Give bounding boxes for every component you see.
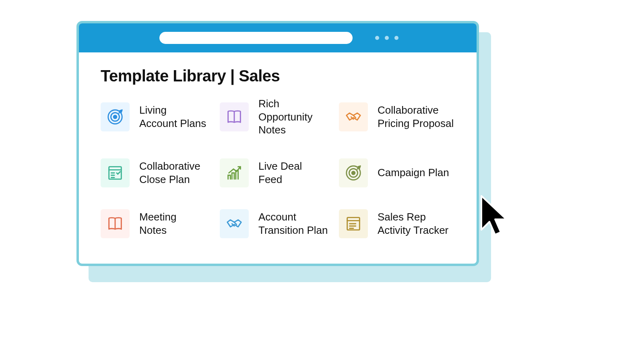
cursor-icon — [479, 194, 511, 243]
template-label: Campaign Plan — [378, 166, 449, 179]
checklist-icon — [101, 158, 130, 187]
app-window: Template Library | Sales LivingAccount P… — [76, 21, 479, 266]
template-label: LivingAccount Plans — [139, 104, 206, 130]
template-label: Rich Opportunity Notes — [258, 97, 336, 137]
chart-growth-icon — [220, 158, 249, 187]
handshake-icon — [220, 209, 249, 238]
template-living-account-plans[interactable]: LivingAccount Plans — [101, 97, 217, 137]
target-icon — [101, 102, 130, 131]
template-label: MeetingNotes — [139, 210, 177, 237]
template-account-transition-plan[interactable]: Account Transition Plan — [220, 209, 336, 238]
template-label: Collaborative Close Plan — [139, 160, 217, 186]
template-meeting-notes[interactable]: MeetingNotes — [101, 209, 217, 238]
template-label: Sales Rep Activity Tracker — [378, 210, 455, 237]
search-input[interactable] — [159, 32, 353, 44]
svg-point-6 — [352, 171, 355, 175]
svg-point-2 — [114, 115, 117, 119]
handshake-icon — [339, 102, 368, 131]
titlebar — [79, 23, 477, 52]
target-icon — [339, 158, 368, 187]
dot-icon[interactable] — [375, 36, 379, 40]
template-label: Account Transition Plan — [258, 210, 336, 237]
template-campaign-plan[interactable]: Campaign Plan — [339, 158, 455, 187]
template-grid: LivingAccount Plans Rich Opportunity Not… — [101, 97, 455, 238]
template-label: Live DealFeed — [258, 160, 302, 186]
content-area: Template Library | Sales LivingAccount P… — [79, 52, 477, 250]
template-label: Collaborative Pricing Proposal — [378, 104, 455, 130]
template-collaborative-close-plan[interactable]: Collaborative Close Plan — [101, 158, 217, 187]
window-controls — [375, 36, 398, 40]
page-title: Template Library | Sales — [101, 67, 455, 85]
template-live-deal-feed[interactable]: Live DealFeed — [220, 158, 336, 187]
template-sales-rep-activity-tracker[interactable]: Sales Rep Activity Tracker — [339, 209, 455, 238]
checklist-icon — [339, 209, 368, 238]
book-icon — [101, 209, 130, 238]
template-rich-opportunity-notes[interactable]: Rich Opportunity Notes — [220, 97, 336, 137]
dot-icon[interactable] — [394, 36, 398, 40]
book-icon — [220, 102, 249, 131]
template-collaborative-pricing-proposal[interactable]: Collaborative Pricing Proposal — [339, 97, 455, 137]
dot-icon[interactable] — [385, 36, 389, 40]
